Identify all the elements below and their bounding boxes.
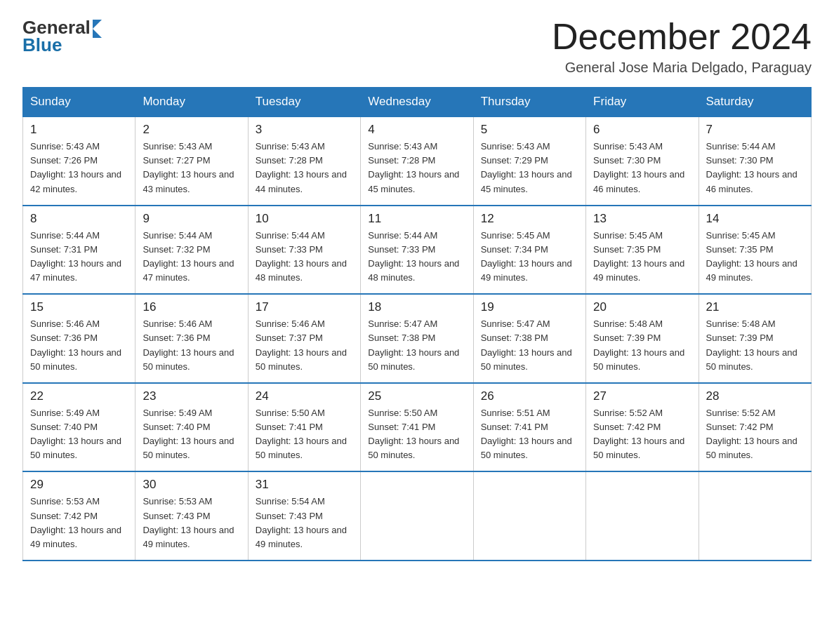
calendar-cell: 12Sunrise: 5:45 AMSunset: 7:34 PMDayligh… bbox=[473, 206, 585, 295]
day-number: 30 bbox=[143, 478, 240, 492]
day-number: 24 bbox=[256, 389, 353, 403]
day-number: 26 bbox=[481, 389, 578, 403]
calendar-cell: 16Sunrise: 5:46 AMSunset: 7:36 PMDayligh… bbox=[135, 294, 248, 383]
main-title: December 2024 bbox=[552, 17, 812, 57]
page-header: General Blue December 2024 General Jose … bbox=[22, 17, 812, 76]
calendar-cell: 18Sunrise: 5:47 AMSunset: 7:38 PMDayligh… bbox=[361, 294, 473, 383]
day-number: 10 bbox=[256, 212, 353, 226]
calendar-cell: 20Sunrise: 5:48 AMSunset: 7:39 PMDayligh… bbox=[586, 294, 699, 383]
day-info: Sunrise: 5:47 AMSunset: 7:38 PMDaylight:… bbox=[481, 318, 572, 371]
day-info: Sunrise: 5:43 AMSunset: 7:28 PMDaylight:… bbox=[368, 141, 459, 194]
day-number: 19 bbox=[481, 300, 578, 314]
day-info: Sunrise: 5:48 AMSunset: 7:39 PMDaylight:… bbox=[706, 318, 797, 371]
day-number: 4 bbox=[368, 123, 465, 137]
day-info: Sunrise: 5:46 AMSunset: 7:37 PMDaylight:… bbox=[256, 318, 347, 371]
column-header-wednesday: Wednesday bbox=[361, 88, 473, 117]
day-number: 29 bbox=[30, 478, 128, 492]
calendar-cell: 7Sunrise: 5:44 AMSunset: 7:30 PMDaylight… bbox=[699, 116, 811, 206]
day-number: 2 bbox=[143, 123, 240, 137]
day-number: 28 bbox=[706, 389, 804, 403]
day-info: Sunrise: 5:44 AMSunset: 7:31 PMDaylight:… bbox=[30, 230, 121, 283]
calendar-cell bbox=[473, 471, 585, 561]
calendar-cell: 1Sunrise: 5:43 AMSunset: 7:26 PMDaylight… bbox=[23, 116, 135, 206]
day-number: 25 bbox=[368, 389, 465, 403]
day-number: 20 bbox=[593, 300, 691, 314]
calendar-cell: 4Sunrise: 5:43 AMSunset: 7:28 PMDaylight… bbox=[361, 116, 473, 206]
calendar-cell: 10Sunrise: 5:44 AMSunset: 7:33 PMDayligh… bbox=[248, 206, 360, 295]
logo-arrow-bottom-icon bbox=[93, 29, 102, 38]
day-info: Sunrise: 5:44 AMSunset: 7:33 PMDaylight:… bbox=[256, 230, 347, 283]
calendar-cell: 31Sunrise: 5:54 AMSunset: 7:43 PMDayligh… bbox=[248, 471, 360, 561]
day-info: Sunrise: 5:45 AMSunset: 7:35 PMDaylight:… bbox=[593, 230, 684, 283]
logo: General Blue bbox=[22, 17, 102, 56]
calendar-cell: 3Sunrise: 5:43 AMSunset: 7:28 PMDaylight… bbox=[248, 116, 360, 206]
logo-arrow-icon bbox=[93, 20, 102, 29]
day-info: Sunrise: 5:53 AMSunset: 7:42 PMDaylight:… bbox=[30, 496, 121, 549]
calendar-cell: 21Sunrise: 5:48 AMSunset: 7:39 PMDayligh… bbox=[699, 294, 811, 383]
logo-text-blue: Blue bbox=[22, 34, 62, 56]
day-info: Sunrise: 5:43 AMSunset: 7:30 PMDaylight:… bbox=[593, 141, 684, 194]
column-header-friday: Friday bbox=[586, 88, 699, 117]
calendar-cell: 8Sunrise: 5:44 AMSunset: 7:31 PMDaylight… bbox=[23, 206, 135, 295]
day-info: Sunrise: 5:50 AMSunset: 7:41 PMDaylight:… bbox=[256, 408, 347, 460]
day-info: Sunrise: 5:49 AMSunset: 7:40 PMDaylight:… bbox=[143, 408, 234, 460]
column-header-thursday: Thursday bbox=[473, 88, 585, 117]
calendar-cell bbox=[699, 471, 811, 561]
calendar-cell: 5Sunrise: 5:43 AMSunset: 7:29 PMDaylight… bbox=[473, 116, 585, 206]
subtitle: General Jose Maria Delgado, Paraguay bbox=[552, 60, 812, 76]
calendar-cell: 30Sunrise: 5:53 AMSunset: 7:43 PMDayligh… bbox=[135, 471, 248, 561]
day-number: 27 bbox=[593, 389, 691, 403]
calendar-cell: 2Sunrise: 5:43 AMSunset: 7:27 PMDaylight… bbox=[135, 116, 248, 206]
calendar-week-5: 29Sunrise: 5:53 AMSunset: 7:42 PMDayligh… bbox=[23, 471, 812, 561]
day-info: Sunrise: 5:48 AMSunset: 7:39 PMDaylight:… bbox=[593, 318, 684, 371]
day-number: 12 bbox=[481, 212, 578, 226]
calendar-cell bbox=[586, 471, 699, 561]
day-info: Sunrise: 5:46 AMSunset: 7:36 PMDaylight:… bbox=[143, 318, 234, 371]
day-number: 22 bbox=[30, 389, 128, 403]
calendar-cell: 9Sunrise: 5:44 AMSunset: 7:32 PMDaylight… bbox=[135, 206, 248, 295]
calendar-cell: 6Sunrise: 5:43 AMSunset: 7:30 PMDaylight… bbox=[586, 116, 699, 206]
calendar-cell: 28Sunrise: 5:52 AMSunset: 7:42 PMDayligh… bbox=[699, 383, 811, 472]
day-info: Sunrise: 5:53 AMSunset: 7:43 PMDaylight:… bbox=[143, 496, 234, 549]
day-info: Sunrise: 5:43 AMSunset: 7:27 PMDaylight:… bbox=[143, 141, 234, 194]
calendar-week-2: 8Sunrise: 5:44 AMSunset: 7:31 PMDaylight… bbox=[23, 206, 812, 295]
day-info: Sunrise: 5:50 AMSunset: 7:41 PMDaylight:… bbox=[368, 408, 459, 460]
day-number: 3 bbox=[256, 123, 353, 137]
calendar-cell: 24Sunrise: 5:50 AMSunset: 7:41 PMDayligh… bbox=[248, 383, 360, 472]
day-info: Sunrise: 5:49 AMSunset: 7:40 PMDaylight:… bbox=[30, 408, 121, 460]
calendar-cell: 15Sunrise: 5:46 AMSunset: 7:36 PMDayligh… bbox=[23, 294, 135, 383]
calendar-header-row: SundayMondayTuesdayWednesdayThursdayFrid… bbox=[23, 88, 812, 117]
column-header-monday: Monday bbox=[135, 88, 248, 117]
calendar-cell bbox=[361, 471, 473, 561]
day-info: Sunrise: 5:46 AMSunset: 7:36 PMDaylight:… bbox=[30, 318, 121, 371]
calendar-week-4: 22Sunrise: 5:49 AMSunset: 7:40 PMDayligh… bbox=[23, 383, 812, 472]
day-info: Sunrise: 5:47 AMSunset: 7:38 PMDaylight:… bbox=[368, 318, 459, 371]
day-info: Sunrise: 5:43 AMSunset: 7:29 PMDaylight:… bbox=[481, 141, 572, 194]
day-number: 18 bbox=[368, 300, 465, 314]
day-info: Sunrise: 5:45 AMSunset: 7:34 PMDaylight:… bbox=[481, 230, 572, 283]
day-number: 8 bbox=[30, 212, 128, 226]
calendar-week-1: 1Sunrise: 5:43 AMSunset: 7:26 PMDaylight… bbox=[23, 116, 812, 206]
calendar-cell: 29Sunrise: 5:53 AMSunset: 7:42 PMDayligh… bbox=[23, 471, 135, 561]
calendar-week-3: 15Sunrise: 5:46 AMSunset: 7:36 PMDayligh… bbox=[23, 294, 812, 383]
day-info: Sunrise: 5:52 AMSunset: 7:42 PMDaylight:… bbox=[593, 408, 684, 460]
day-info: Sunrise: 5:44 AMSunset: 7:32 PMDaylight:… bbox=[143, 230, 234, 283]
day-info: Sunrise: 5:43 AMSunset: 7:28 PMDaylight:… bbox=[256, 141, 347, 194]
column-header-sunday: Sunday bbox=[23, 88, 135, 117]
day-number: 7 bbox=[706, 123, 804, 137]
calendar-cell: 22Sunrise: 5:49 AMSunset: 7:40 PMDayligh… bbox=[23, 383, 135, 472]
day-number: 14 bbox=[706, 212, 804, 226]
day-number: 16 bbox=[143, 300, 240, 314]
day-number: 15 bbox=[30, 300, 128, 314]
day-number: 31 bbox=[256, 478, 353, 492]
column-header-saturday: Saturday bbox=[699, 88, 811, 117]
calendar-cell: 23Sunrise: 5:49 AMSunset: 7:40 PMDayligh… bbox=[135, 383, 248, 472]
day-number: 5 bbox=[481, 123, 578, 137]
day-number: 9 bbox=[143, 212, 240, 226]
calendar-cell: 13Sunrise: 5:45 AMSunset: 7:35 PMDayligh… bbox=[586, 206, 699, 295]
day-number: 11 bbox=[368, 212, 465, 226]
day-number: 17 bbox=[256, 300, 353, 314]
calendar-cell: 17Sunrise: 5:46 AMSunset: 7:37 PMDayligh… bbox=[248, 294, 360, 383]
title-block: December 2024 General Jose Maria Delgado… bbox=[552, 17, 812, 76]
day-number: 1 bbox=[30, 123, 128, 137]
